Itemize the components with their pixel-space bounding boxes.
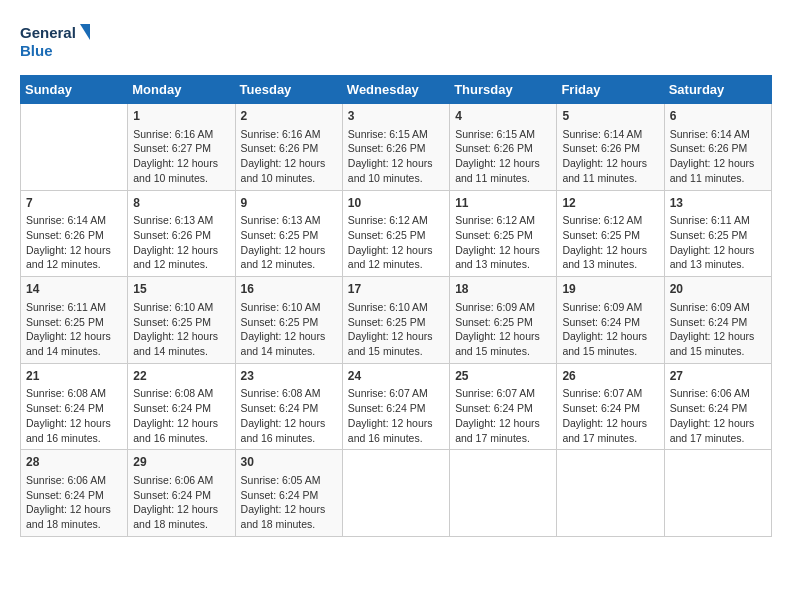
sunset-text: Sunset: 6:24 PM	[133, 488, 229, 503]
sunset-text: Sunset: 6:24 PM	[241, 488, 337, 503]
calendar-cell: 1Sunrise: 6:16 AMSunset: 6:27 PMDaylight…	[128, 104, 235, 191]
day-number: 1	[133, 108, 229, 125]
sunrise-text: Sunrise: 6:06 AM	[133, 473, 229, 488]
sunset-text: Sunset: 6:25 PM	[241, 315, 337, 330]
sunrise-text: Sunrise: 6:09 AM	[562, 300, 658, 315]
sunrise-text: Sunrise: 6:12 AM	[455, 213, 551, 228]
calendar-cell: 29Sunrise: 6:06 AMSunset: 6:24 PMDayligh…	[128, 450, 235, 537]
calendar-cell	[342, 450, 449, 537]
day-number: 9	[241, 195, 337, 212]
daylight-text: Daylight: 12 hours and 12 minutes.	[348, 243, 444, 272]
sunset-text: Sunset: 6:26 PM	[26, 228, 122, 243]
calendar-cell: 3Sunrise: 6:15 AMSunset: 6:26 PMDaylight…	[342, 104, 449, 191]
day-number: 11	[455, 195, 551, 212]
daylight-text: Daylight: 12 hours and 13 minutes.	[670, 243, 766, 272]
calendar-week-row: 21Sunrise: 6:08 AMSunset: 6:24 PMDayligh…	[21, 363, 772, 450]
calendar-cell: 12Sunrise: 6:12 AMSunset: 6:25 PMDayligh…	[557, 190, 664, 277]
calendar-table: SundayMondayTuesdayWednesdayThursdayFrid…	[20, 75, 772, 537]
sunrise-text: Sunrise: 6:12 AM	[348, 213, 444, 228]
sunset-text: Sunset: 6:26 PM	[562, 141, 658, 156]
day-number: 29	[133, 454, 229, 471]
day-number: 18	[455, 281, 551, 298]
calendar-cell: 8Sunrise: 6:13 AMSunset: 6:26 PMDaylight…	[128, 190, 235, 277]
header-row: SundayMondayTuesdayWednesdayThursdayFrid…	[21, 76, 772, 104]
sunrise-text: Sunrise: 6:07 AM	[348, 386, 444, 401]
day-number: 22	[133, 368, 229, 385]
daylight-text: Daylight: 12 hours and 16 minutes.	[26, 416, 122, 445]
sunrise-text: Sunrise: 6:15 AM	[348, 127, 444, 142]
weekday-header: Monday	[128, 76, 235, 104]
svg-text:General: General	[20, 24, 76, 41]
sunset-text: Sunset: 6:24 PM	[133, 401, 229, 416]
daylight-text: Daylight: 12 hours and 15 minutes.	[348, 329, 444, 358]
sunrise-text: Sunrise: 6:12 AM	[562, 213, 658, 228]
daylight-text: Daylight: 12 hours and 11 minutes.	[562, 156, 658, 185]
daylight-text: Daylight: 12 hours and 18 minutes.	[241, 502, 337, 531]
sunrise-text: Sunrise: 6:10 AM	[241, 300, 337, 315]
daylight-text: Daylight: 12 hours and 18 minutes.	[26, 502, 122, 531]
sunset-text: Sunset: 6:25 PM	[348, 228, 444, 243]
day-number: 10	[348, 195, 444, 212]
daylight-text: Daylight: 12 hours and 14 minutes.	[26, 329, 122, 358]
weekday-header: Saturday	[664, 76, 771, 104]
daylight-text: Daylight: 12 hours and 16 minutes.	[133, 416, 229, 445]
daylight-text: Daylight: 12 hours and 12 minutes.	[241, 243, 337, 272]
header-area: General Blue	[20, 20, 772, 65]
day-number: 21	[26, 368, 122, 385]
sunrise-text: Sunrise: 6:09 AM	[455, 300, 551, 315]
calendar-cell: 19Sunrise: 6:09 AMSunset: 6:24 PMDayligh…	[557, 277, 664, 364]
calendar-week-row: 28Sunrise: 6:06 AMSunset: 6:24 PMDayligh…	[21, 450, 772, 537]
sunset-text: Sunset: 6:24 PM	[670, 315, 766, 330]
svg-marker-2	[80, 24, 90, 40]
sunrise-text: Sunrise: 6:10 AM	[348, 300, 444, 315]
sunrise-text: Sunrise: 6:07 AM	[562, 386, 658, 401]
sunrise-text: Sunrise: 6:14 AM	[26, 213, 122, 228]
day-number: 12	[562, 195, 658, 212]
sunset-text: Sunset: 6:27 PM	[133, 141, 229, 156]
day-number: 2	[241, 108, 337, 125]
sunset-text: Sunset: 6:26 PM	[133, 228, 229, 243]
calendar-cell: 30Sunrise: 6:05 AMSunset: 6:24 PMDayligh…	[235, 450, 342, 537]
daylight-text: Daylight: 12 hours and 15 minutes.	[455, 329, 551, 358]
daylight-text: Daylight: 12 hours and 17 minutes.	[670, 416, 766, 445]
day-number: 15	[133, 281, 229, 298]
daylight-text: Daylight: 12 hours and 14 minutes.	[133, 329, 229, 358]
sunrise-text: Sunrise: 6:06 AM	[670, 386, 766, 401]
sunset-text: Sunset: 6:24 PM	[241, 401, 337, 416]
day-number: 5	[562, 108, 658, 125]
calendar-cell: 10Sunrise: 6:12 AMSunset: 6:25 PMDayligh…	[342, 190, 449, 277]
daylight-text: Daylight: 12 hours and 11 minutes.	[670, 156, 766, 185]
day-number: 20	[670, 281, 766, 298]
sunrise-text: Sunrise: 6:10 AM	[133, 300, 229, 315]
day-number: 4	[455, 108, 551, 125]
calendar-cell: 17Sunrise: 6:10 AMSunset: 6:25 PMDayligh…	[342, 277, 449, 364]
sunrise-text: Sunrise: 6:07 AM	[455, 386, 551, 401]
calendar-cell: 22Sunrise: 6:08 AMSunset: 6:24 PMDayligh…	[128, 363, 235, 450]
logo-icon: General Blue	[20, 20, 90, 65]
daylight-text: Daylight: 12 hours and 17 minutes.	[455, 416, 551, 445]
calendar-cell: 27Sunrise: 6:06 AMSunset: 6:24 PMDayligh…	[664, 363, 771, 450]
daylight-text: Daylight: 12 hours and 12 minutes.	[26, 243, 122, 272]
sunrise-text: Sunrise: 6:09 AM	[670, 300, 766, 315]
sunset-text: Sunset: 6:25 PM	[26, 315, 122, 330]
sunset-text: Sunset: 6:24 PM	[455, 401, 551, 416]
calendar-cell: 25Sunrise: 6:07 AMSunset: 6:24 PMDayligh…	[450, 363, 557, 450]
sunset-text: Sunset: 6:26 PM	[241, 141, 337, 156]
calendar-cell: 7Sunrise: 6:14 AMSunset: 6:26 PMDaylight…	[21, 190, 128, 277]
sunrise-text: Sunrise: 6:16 AM	[133, 127, 229, 142]
weekday-header: Sunday	[21, 76, 128, 104]
day-number: 3	[348, 108, 444, 125]
daylight-text: Daylight: 12 hours and 14 minutes.	[241, 329, 337, 358]
day-number: 13	[670, 195, 766, 212]
calendar-cell: 2Sunrise: 6:16 AMSunset: 6:26 PMDaylight…	[235, 104, 342, 191]
day-number: 27	[670, 368, 766, 385]
calendar-cell: 14Sunrise: 6:11 AMSunset: 6:25 PMDayligh…	[21, 277, 128, 364]
calendar-cell	[664, 450, 771, 537]
sunrise-text: Sunrise: 6:14 AM	[670, 127, 766, 142]
svg-text:Blue: Blue	[20, 42, 53, 59]
calendar-week-row: 14Sunrise: 6:11 AMSunset: 6:25 PMDayligh…	[21, 277, 772, 364]
sunset-text: Sunset: 6:25 PM	[133, 315, 229, 330]
calendar-cell: 15Sunrise: 6:10 AMSunset: 6:25 PMDayligh…	[128, 277, 235, 364]
day-number: 26	[562, 368, 658, 385]
calendar-cell: 13Sunrise: 6:11 AMSunset: 6:25 PMDayligh…	[664, 190, 771, 277]
